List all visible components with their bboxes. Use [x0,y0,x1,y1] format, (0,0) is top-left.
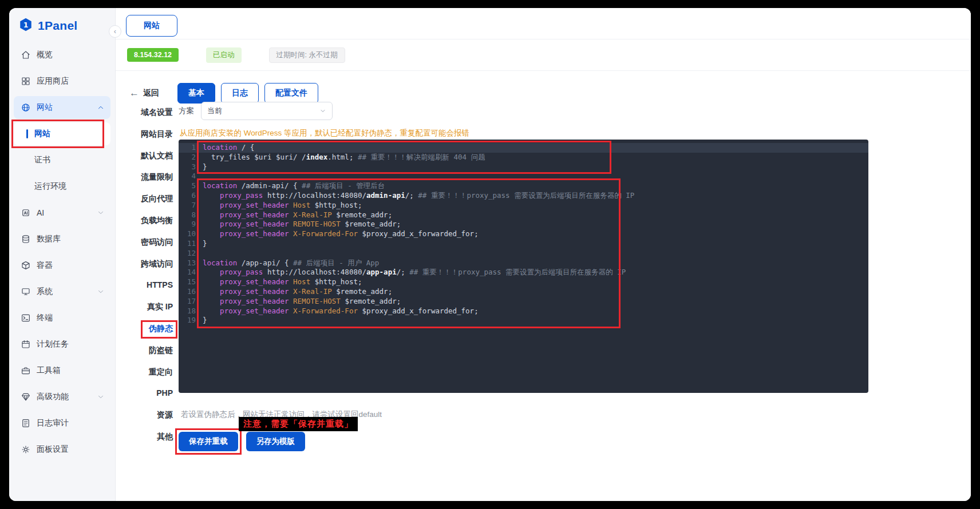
system-icon [21,287,31,297]
sidebar-item-system[interactable]: 系统 [14,280,110,303]
database-icon [21,234,31,244]
settings-menu-item[interactable]: 防盗链 [125,345,173,357]
settings-menu-item[interactable]: 真实 IP [125,302,173,313]
line-content: try_files $uri $uri/ /index.html; ## 重要！… [203,153,485,162]
sidebar-item-advanced[interactable]: 高级功能 [14,385,110,408]
settings-menu-item[interactable]: 负载均衡 [125,216,173,227]
sidebar-nav: 概览应用商店网站网站证书运行环境AI数据库容器系统终端计划任务工具箱高级功能日志… [14,43,110,461]
settings-menu-item[interactable]: 伪静态 [125,324,173,335]
audit-icon [21,418,31,428]
settings-menu-item[interactable]: 重定向 [125,367,173,379]
sidebar-item-terminal[interactable]: 终端 [14,307,110,329]
line-content: proxy_set_header X-Real-IP $remote_addr; [203,287,392,297]
back-button[interactable]: ← 返回 [129,88,159,99]
sidebar-subitem-certificate[interactable]: 证书 [14,149,110,172]
settings-menu-item[interactable]: 资源 [125,410,173,421]
code-editor[interactable]: 1location / {2 try_files $uri $uri/ /ind… [179,140,868,393]
line-number: 3 [179,162,203,172]
sidebar-item-website[interactable]: 网站 [14,96,110,119]
scheme-value: 当前 [207,106,222,116]
line-content: } [203,162,207,172]
sidebar-item-app-store[interactable]: 应用商店 [14,70,110,93]
line-number: 9 [179,220,203,229]
sidebar-item-container[interactable]: 容器 [14,254,110,277]
line-number: 5 [179,181,203,191]
settings-menu: 域名设置网站目录默认文档流量限制反向代理负载均衡密码访问跨域访问HTTPS真实 … [125,108,173,454]
line-number: 11 [179,239,203,249]
settings-menu-item[interactable]: 域名设置 [125,108,173,119]
main-area: 网站 8.154.32.12 已启动 过期时间: 永不过期 ← 返回 基本日志配… [116,8,971,501]
sidebar-subitem-runtime[interactable]: 运行环境 [14,175,110,198]
rewrite-hint: 若设置伪静态后，网站无法正常访问，请尝试设置回default [181,409,382,420]
settings-menu-item[interactable]: HTTPS [125,280,173,292]
line-number: 10 [179,229,203,239]
settings-menu-item[interactable]: 跨域访问 [125,259,173,271]
sidebar-item-label: 终端 [37,313,53,323]
expire-badge: 过期时间: 永不过期 [269,47,345,63]
rewrite-panel: 方案 当前 从应用商店安装的 WordPress 等应用，默认已经配置好伪静态，… [179,98,868,501]
brand-icon: 1 [18,17,33,34]
chevron-down-icon [97,288,105,296]
chevron-down-icon [97,209,105,217]
ip-badge: 8.154.32.12 [127,48,179,62]
line-content: proxy_set_header X-Real-IP $remote_addr; [203,210,392,220]
code-line: 18 proxy_set_header X-Forwarded-For $pro… [179,307,868,316]
settings-menu-item[interactable]: 密码访问 [125,237,173,249]
chevron-down-icon [97,393,105,401]
brand-logo: 1 1Panel [14,13,110,39]
save-as-template-button[interactable]: 另存为模版 [246,432,306,451]
topbar: 网站 [116,8,971,39]
globe-icon [21,102,31,113]
rewrite-warning: 从应用商店安装的 WordPress 等应用，默认已经配置好伪静态，重复配置可能… [180,128,469,138]
settings-menu-item[interactable]: 其他 [125,432,173,443]
line-number: 12 [179,249,203,259]
code-line: 13location /app-api/ { ## 后端项目 - 用户 App [179,259,868,268]
line-number: 18 [179,307,203,316]
sidebar-item-toolbox[interactable]: 工具箱 [14,359,110,382]
line-number: 7 [179,201,203,210]
ai-icon [21,208,31,218]
sidebar-item-overview[interactable]: 概览 [14,43,110,66]
sidebar-item-cronjob[interactable]: 计划任务 [14,333,110,356]
sidebar-collapse-button[interactable]: ‹ [109,25,121,38]
line-number: 15 [179,277,203,287]
schedule-icon [21,339,31,349]
tab-website-window[interactable]: 网站 [126,15,177,37]
sidebar-item-database[interactable]: 数据库 [14,228,110,250]
sidebar-item-label: 系统 [37,287,53,297]
sidebar-item-ai[interactable]: AI [14,201,110,224]
settings-menu-item[interactable]: 流量限制 [125,172,173,184]
settings-menu-item[interactable]: PHP [125,388,173,400]
settings-menu-item[interactable]: 网站目录 [125,129,173,141]
sidebar-item-label: 容器 [37,260,53,271]
settings-icon [21,444,31,455]
sidebar-item-settings[interactable]: 面板设置 [14,438,110,461]
line-number: 14 [179,268,203,277]
save-reload-button[interactable]: 保存并重载 [179,432,238,451]
code-line: 9 proxy_set_header REMOTE-HOST $remote_a… [179,220,868,229]
code-line: 17 proxy_set_header REMOTE-HOST $remote_… [179,297,868,307]
line-number: 19 [179,316,203,325]
sidebar-item-log-audit[interactable]: 日志审计 [14,412,110,435]
line-content: location /app-api/ { ## 后端项目 - 用户 App [203,259,379,268]
code-line: 19} [179,316,868,325]
scheme-select[interactable]: 当前 [201,102,333,120]
line-content: location / { [203,143,254,153]
line-content: proxy_set_header Host $http_host; [203,201,362,210]
settings-menu-item[interactable]: 反向代理 [125,194,173,205]
sidebar: 1 1Panel 概览应用商店网站网站证书运行环境AI数据库容器系统终端计划任务… [9,8,116,501]
sidebar-item-label: 高级功能 [37,392,69,402]
line-number: 2 [179,153,203,162]
code-line: 7 proxy_set_header Host $http_host; [179,201,868,210]
sidebar-subitem-website-list[interactable]: 网站 [14,122,110,145]
back-arrow-icon: ← [129,88,139,99]
scheme-label: 方案 [179,106,194,116]
sidebar-item-label: 应用商店 [37,76,69,86]
settings-menu-item[interactable]: 默认文档 [125,151,173,162]
line-number: 16 [179,287,203,297]
toolbox-icon [21,365,31,376]
code-line: 16 proxy_set_header X-Real-IP $remote_ad… [179,287,868,297]
back-label: 返回 [143,88,159,98]
line-content: proxy_set_header REMOTE-HOST $remote_add… [203,297,401,307]
site-header: 8.154.32.12 已启动 过期时间: 永不过期 [116,39,971,71]
